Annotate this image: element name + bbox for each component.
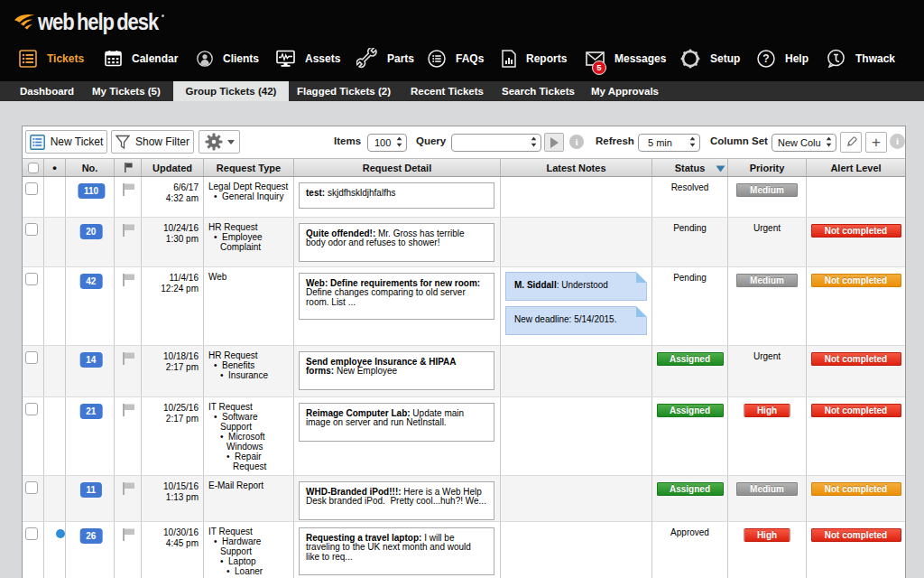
svg-text:?: ? <box>762 52 769 65</box>
